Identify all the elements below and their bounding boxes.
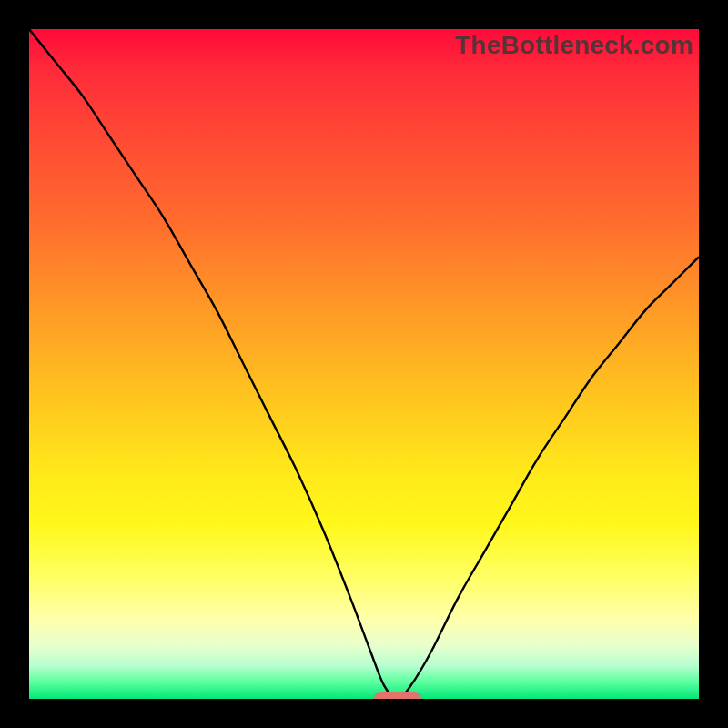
plot-area: TheBottleneck.com [29,29,699,699]
optimal-marker [374,692,421,699]
chart-frame: TheBottleneck.com [29,29,699,699]
bottleneck-curve [29,29,699,699]
